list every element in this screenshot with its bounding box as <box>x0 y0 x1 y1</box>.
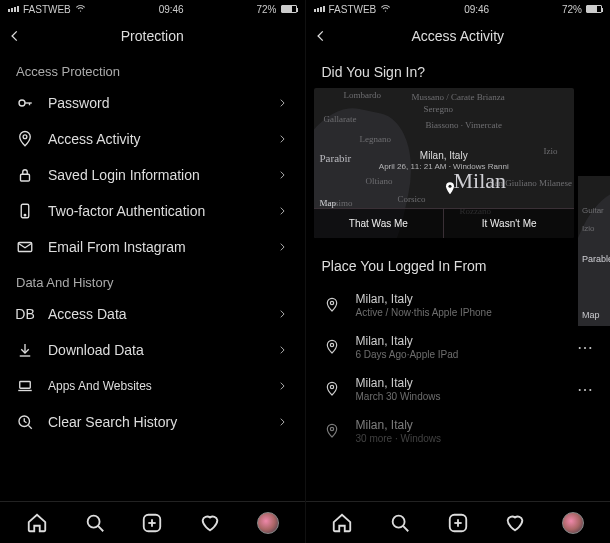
header: Access Activity <box>306 18 611 54</box>
tab-bar <box>306 501 611 543</box>
search-tab[interactable] <box>388 511 412 535</box>
chevron-right-icon <box>277 206 289 216</box>
row-label: Access Data <box>48 306 263 322</box>
more-icon[interactable]: ⋯ <box>577 380 594 399</box>
svg-line-27 <box>403 526 408 531</box>
back-button[interactable] <box>314 29 328 43</box>
row-label: Access Activity <box>48 131 263 147</box>
location-icon <box>322 297 342 313</box>
mail-icon <box>16 238 34 256</box>
more-icon[interactable]: ⋯ <box>577 338 594 357</box>
svg-point-4 <box>23 135 27 139</box>
svg-line-16 <box>98 526 103 531</box>
row-saved-login[interactable]: Saved Login Information <box>0 157 305 193</box>
chevron-right-icon <box>277 98 289 108</box>
svg-point-24 <box>330 385 333 388</box>
row-email-from-instagram[interactable]: Email From Instagram <box>0 229 305 265</box>
header: Protection <box>0 18 305 54</box>
row-label: Saved Login Information <box>48 167 263 183</box>
chevron-right-icon <box>277 345 289 355</box>
key-icon <box>16 94 34 112</box>
row-label: Email From Instagram <box>48 239 263 255</box>
status-bar: FASTWEB 09:46 72% <box>0 0 305 18</box>
location-icon <box>322 381 342 397</box>
signin-prompt: Did You Sign In? <box>306 54 611 88</box>
carrier-label: FASTWEB <box>23 4 71 15</box>
activity-tab[interactable] <box>503 511 527 535</box>
chevron-right-icon <box>277 170 289 180</box>
search-tab[interactable] <box>83 511 107 535</box>
lock-icon <box>16 166 34 184</box>
login-row[interactable]: Milan, ItalyActive / Now·this Apple IPho… <box>306 284 611 326</box>
section-heading-data: Data And History <box>0 265 305 296</box>
new-post-tab[interactable] <box>140 511 164 535</box>
signal-icon <box>8 6 19 12</box>
back-button[interactable] <box>8 29 22 43</box>
places-heading: Place You Logged In From <box>306 238 611 280</box>
svg-point-23 <box>330 343 333 346</box>
svg-point-21 <box>448 185 451 188</box>
login-list: Milan, ItalyActive / Now·this Apple IPho… <box>306 280 611 456</box>
svg-point-15 <box>87 515 99 527</box>
svg-point-22 <box>330 301 333 304</box>
chevron-right-icon <box>277 381 289 391</box>
svg-rect-11 <box>20 382 31 389</box>
svg-rect-5 <box>21 174 30 181</box>
signin-card[interactable]: Lombardo Mussano / Carate Brianza Seregn… <box>314 88 575 238</box>
map-big-label: Milan <box>454 168 507 194</box>
tab-bar <box>0 501 305 543</box>
chevron-right-icon <box>277 309 289 319</box>
laptop-icon <box>16 377 34 395</box>
location-icon <box>16 130 34 148</box>
profile-tab[interactable] <box>561 511 585 535</box>
page-title: Access Activity <box>306 28 611 44</box>
next-card-peek[interactable]: Guitar Izio Parable Map <box>578 176 610 326</box>
clock-label: 09:46 <box>464 4 489 15</box>
login-row[interactable]: Milan, Italy30 more · Windows <box>306 410 611 452</box>
battery-icon <box>586 5 602 13</box>
left-screen: FASTWEB 09:46 72% Protection Access Prot… <box>0 0 306 543</box>
login-row[interactable]: Milan, ItalyMarch 30 Windows ⋯ <box>306 368 611 410</box>
row-apps-websites[interactable]: Apps And Websites <box>0 368 305 404</box>
profile-tab[interactable] <box>256 511 280 535</box>
battery-label: 72% <box>562 4 582 15</box>
home-tab[interactable] <box>330 511 354 535</box>
svg-point-26 <box>393 515 405 527</box>
row-access-data[interactable]: DB Access Data <box>0 296 305 332</box>
status-bar: FASTWEB 09:46 72% <box>306 0 611 18</box>
shield-phone-icon <box>16 202 34 220</box>
avatar <box>562 512 584 534</box>
right-screen: FASTWEB 09:46 72% Access Activity Did Yo… <box>306 0 611 543</box>
row-label: Apps And Websites <box>48 379 263 393</box>
download-icon <box>16 341 34 359</box>
chevron-right-icon <box>277 417 289 427</box>
wifi-icon <box>75 4 86 14</box>
login-row[interactable]: Milan, Italy6 Days Ago·Apple IPad ⋯ <box>306 326 611 368</box>
row-password[interactable]: Password <box>0 85 305 121</box>
home-tab[interactable] <box>25 511 49 535</box>
wasnt-me-button[interactable]: It Wasn't Me <box>444 208 574 238</box>
map-pin-icon <box>442 181 458 197</box>
row-label: Password <box>48 95 263 111</box>
new-post-tab[interactable] <box>446 511 470 535</box>
svg-point-0 <box>80 10 81 11</box>
carrier-label: FASTWEB <box>329 4 377 15</box>
battery-label: 72% <box>256 4 276 15</box>
that-was-me-button[interactable]: That Was Me <box>314 208 445 238</box>
row-access-activity[interactable]: Access Activity <box>0 121 305 157</box>
chevron-right-icon <box>277 242 289 252</box>
clock-label: 09:46 <box>159 4 184 15</box>
signal-icon <box>314 6 325 12</box>
search-clock-icon <box>16 413 34 431</box>
svg-point-25 <box>330 427 333 430</box>
page-title: Protection <box>0 28 305 44</box>
location-icon <box>322 339 342 355</box>
row-two-factor[interactable]: Two-factor Authentication <box>0 193 305 229</box>
avatar <box>257 512 279 534</box>
chevron-right-icon <box>277 134 289 144</box>
row-download-data[interactable]: Download Data <box>0 332 305 368</box>
activity-tab[interactable] <box>198 511 222 535</box>
row-clear-search[interactable]: Clear Search History <box>0 404 305 440</box>
section-heading-protection: Access Protection <box>0 54 305 85</box>
card-overlay: Milan, Italy April 26, 11: 21 AM · Windo… <box>314 150 575 171</box>
